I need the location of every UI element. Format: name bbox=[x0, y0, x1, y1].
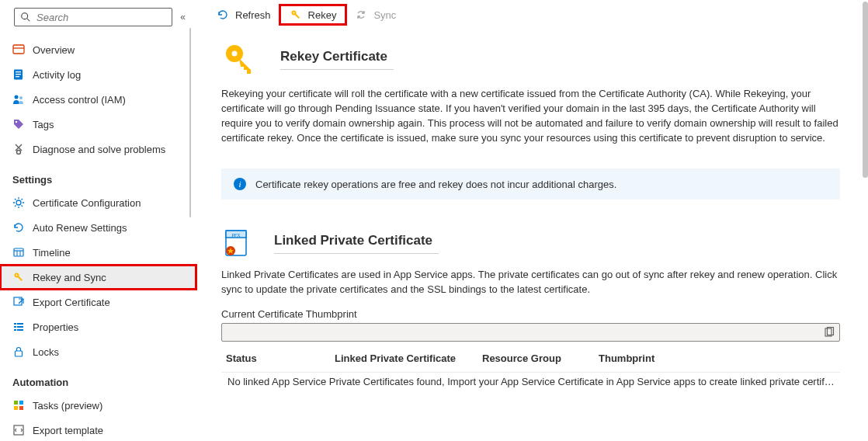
rekey-section-title: Rekey Certificate bbox=[280, 49, 394, 70]
linked-table-header: Status Linked Private Certificate Resour… bbox=[221, 345, 840, 372]
svg-rect-30 bbox=[14, 323, 16, 325]
svg-rect-27 bbox=[18, 276, 23, 281]
nav-item-export-template[interactable]: Export template bbox=[0, 418, 196, 441]
nav-item-export-cert[interactable]: Export Certificate bbox=[0, 290, 196, 314]
svg-rect-44 bbox=[294, 14, 299, 19]
svg-point-11 bbox=[17, 151, 21, 155]
thumbprint-label: Current Certificate Thumbprint bbox=[221, 308, 840, 320]
activity-log-icon bbox=[12, 68, 25, 81]
rekey-section-body: Rekeying your certificate will roll the … bbox=[221, 87, 840, 145]
sync-icon bbox=[355, 9, 367, 21]
info-banner-text: Certificate rekey operations are free an… bbox=[255, 179, 616, 190]
nav-group-automation: Automation bbox=[0, 364, 196, 393]
properties-icon bbox=[12, 321, 25, 333]
gear-icon bbox=[12, 196, 25, 209]
svg-rect-5 bbox=[16, 71, 21, 72]
toolbar-sync-button: Sync bbox=[345, 5, 405, 24]
nav-item-diagnose[interactable]: Diagnose and solve problems bbox=[0, 137, 196, 161]
nav-label: Export Certificate bbox=[33, 297, 110, 308]
toolbar-label: Refresh bbox=[235, 9, 271, 21]
nav-item-timeline[interactable]: Timeline bbox=[0, 240, 196, 265]
nav-item-tags[interactable]: Tags bbox=[0, 112, 196, 137]
nav-label: Timeline bbox=[33, 247, 71, 259]
col-rg: Resource Group bbox=[482, 352, 599, 364]
nav-label: Export template bbox=[33, 425, 103, 436]
refresh-icon bbox=[12, 221, 25, 234]
key-large-icon bbox=[221, 40, 259, 78]
nav-label: Tasks (preview) bbox=[33, 400, 102, 411]
nav-label: Auto Renew Settings bbox=[33, 222, 127, 234]
sidebar-search-input[interactable] bbox=[36, 12, 167, 23]
nav-group-settings: Settings bbox=[0, 161, 196, 190]
svg-rect-21 bbox=[14, 248, 23, 256]
rekey-info-banner: i Certificate rekey operations are free … bbox=[221, 168, 840, 200]
nav-item-locks[interactable]: Locks bbox=[0, 339, 196, 364]
nav-label: Tags bbox=[33, 119, 54, 130]
tasks-icon bbox=[12, 399, 25, 411]
linked-table-empty-row: No linked App Service Private Certificat… bbox=[221, 372, 840, 392]
access-control-icon bbox=[12, 93, 25, 106]
col-linked: Linked Private Certificate bbox=[335, 352, 482, 364]
svg-rect-31 bbox=[17, 323, 23, 325]
linked-section-title: Linked Private Certificate bbox=[274, 233, 439, 254]
toolbar-rekey-button[interactable]: Rekey bbox=[280, 5, 346, 24]
svg-line-18 bbox=[22, 206, 23, 207]
svg-rect-7 bbox=[16, 76, 19, 77]
svg-rect-32 bbox=[14, 326, 16, 328]
svg-rect-37 bbox=[14, 401, 18, 405]
sidebar-search[interactable] bbox=[14, 8, 172, 26]
svg-rect-39 bbox=[14, 406, 18, 410]
nav-label: Certificate Configuration bbox=[33, 197, 141, 209]
nav-label: Locks bbox=[33, 346, 59, 358]
toolbar-refresh-button[interactable]: Refresh bbox=[207, 5, 280, 24]
nav-item-rekey-sync[interactable]: Rekey and Sync bbox=[0, 265, 196, 290]
nav-label: Rekey and Sync bbox=[33, 272, 106, 283]
svg-line-1 bbox=[27, 19, 30, 22]
sidebar-scrollbar[interactable] bbox=[189, 28, 191, 217]
copy-icon[interactable] bbox=[824, 327, 835, 338]
svg-point-43 bbox=[293, 12, 294, 14]
tags-icon bbox=[12, 118, 25, 130]
svg-point-10 bbox=[16, 121, 17, 123]
svg-rect-33 bbox=[17, 326, 23, 328]
export-icon bbox=[12, 296, 25, 308]
svg-rect-6 bbox=[16, 74, 21, 75]
nav-item-cert-config[interactable]: Certificate Configuration bbox=[0, 190, 196, 215]
sidebar: « Overview Activity log Access control (… bbox=[0, 0, 196, 441]
key-icon bbox=[290, 9, 302, 21]
nav-label: Activity log bbox=[33, 69, 81, 81]
nav-label: Diagnose and solve problems bbox=[33, 144, 165, 155]
search-icon bbox=[19, 11, 32, 23]
svg-point-12 bbox=[16, 200, 21, 205]
nav-item-properties[interactable]: Properties bbox=[0, 314, 196, 339]
nav-item-activity-log[interactable]: Activity log bbox=[0, 62, 196, 87]
diagnose-icon bbox=[12, 143, 25, 155]
nav-item-overview[interactable]: Overview bbox=[0, 37, 196, 62]
info-icon: i bbox=[234, 178, 246, 190]
svg-line-17 bbox=[15, 199, 16, 200]
svg-line-19 bbox=[15, 206, 16, 207]
key-icon bbox=[12, 271, 25, 283]
main-scrollbar[interactable] bbox=[863, 2, 868, 178]
svg-rect-2 bbox=[13, 45, 24, 54]
main-panel: Refresh Rekey Sync bbox=[196, 0, 868, 441]
nav-item-tasks[interactable]: Tasks (preview) bbox=[0, 393, 196, 418]
overview-icon bbox=[12, 43, 25, 56]
collapse-sidebar-button[interactable]: « bbox=[180, 12, 186, 23]
nav-automation: Tasks (preview) Export template bbox=[0, 393, 196, 441]
nav-label: Overview bbox=[33, 44, 75, 56]
svg-point-9 bbox=[19, 96, 23, 99]
nav-label: Properties bbox=[33, 321, 78, 333]
nav-label: Access control (IAM) bbox=[33, 94, 126, 106]
thumbprint-field bbox=[221, 323, 840, 342]
nav-item-auto-renew[interactable]: Auto Renew Settings bbox=[0, 215, 196, 240]
lock-icon bbox=[12, 346, 25, 358]
toolbar-label: Sync bbox=[373, 9, 396, 21]
svg-rect-34 bbox=[14, 329, 16, 331]
svg-rect-38 bbox=[19, 401, 23, 405]
svg-point-8 bbox=[15, 95, 19, 99]
svg-text:PFX: PFX bbox=[231, 233, 241, 238]
svg-point-46 bbox=[232, 51, 238, 57]
nav-item-access-control[interactable]: Access control (IAM) bbox=[0, 87, 196, 112]
svg-rect-35 bbox=[17, 329, 23, 331]
